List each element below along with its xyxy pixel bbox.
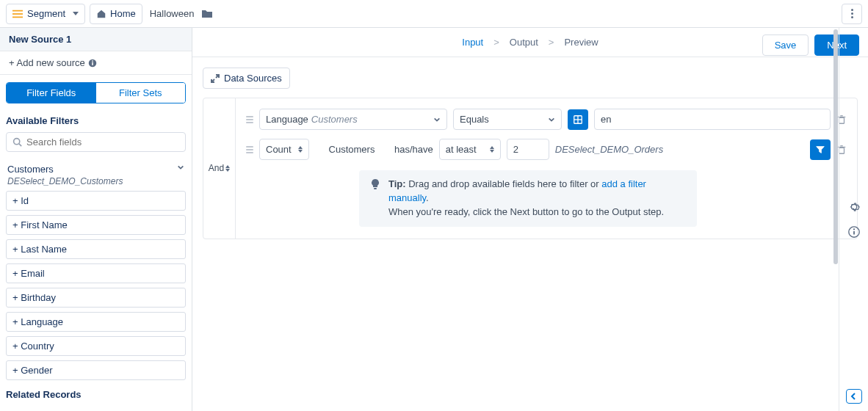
data-sources-label: Data Sources [224, 73, 282, 84]
folder-icon [201, 8, 213, 20]
grid-icon [573, 114, 583, 125]
field-item[interactable]: + Birthday [6, 288, 186, 308]
data-sources-button[interactable]: Data Sources [203, 68, 290, 89]
field-item[interactable]: + Last Name [6, 239, 186, 259]
search-field-wrapper[interactable] [6, 132, 186, 152]
svg-rect-1 [12, 13, 23, 15]
add-source-link[interactable]: + Add new source [0, 51, 192, 75]
svg-rect-5 [92, 60, 93, 62]
available-filters-header: Available Filters [0, 112, 192, 132]
save-button[interactable]: Save [762, 34, 809, 56]
operator-select[interactable]: Equals [453, 109, 562, 130]
breadcrumb-item[interactable]: Halloween [150, 8, 195, 19]
svg-rect-19 [374, 188, 377, 189]
kebab-icon [851, 9, 853, 18]
value-input[interactable] [594, 109, 831, 130]
sidebar: New Source 1 + Add new source Filter Fie… [0, 28, 192, 411]
source-title: New Source 1 [0, 28, 192, 51]
step-preview[interactable]: Preview [564, 37, 598, 48]
step-nav: Input > Output > Preview Save Next [192, 28, 868, 57]
filter-row: Count Customers has/have at least DESele… [246, 139, 847, 160]
info-icon [88, 59, 97, 68]
scrollbar[interactable] [833, 28, 839, 411]
lightbulb-icon [369, 178, 381, 190]
svg-point-6 [14, 139, 20, 145]
subfilter-button[interactable] [810, 139, 831, 160]
svg-line-7 [19, 144, 21, 146]
filter-icon [815, 145, 825, 155]
right-rail [839, 28, 868, 411]
chevron-down-icon [433, 116, 441, 123]
tab-filter-fields[interactable]: Filter Fields [7, 83, 96, 103]
drag-handle-icon[interactable] [246, 146, 253, 153]
logic-label: And [209, 163, 224, 173]
related-customers-header[interactable]: Customers [0, 406, 192, 411]
svg-point-22 [853, 228, 854, 230]
field-select[interactable]: LanguageCustomers [259, 109, 447, 130]
top-bar: Segment Home Halloween [0, 0, 868, 28]
segment-icon [12, 9, 23, 19]
related-records-header: Related Records [0, 386, 192, 406]
svg-rect-4 [92, 62, 93, 65]
segment-label: Segment [27, 8, 65, 19]
field-item[interactable]: + Country [6, 336, 186, 356]
tab-filter-sets[interactable]: Filter Sets [96, 83, 186, 103]
field-item[interactable]: + Language [6, 312, 186, 332]
stepper-icon [298, 146, 303, 153]
related-table-label: DESelect_DEMO_Orders [555, 144, 663, 155]
tip-label: Tip: [388, 178, 406, 189]
step-separator: > [493, 37, 499, 48]
info-icon[interactable] [847, 225, 861, 239]
aggregate-select[interactable]: Count [259, 139, 309, 160]
customers-group-header[interactable]: Customers [0, 159, 192, 176]
field-item[interactable]: + Email [6, 263, 186, 283]
search-input[interactable] [26, 137, 179, 148]
value-type-button[interactable] [568, 109, 588, 130]
segment-selector[interactable]: Segment [6, 4, 85, 24]
search-icon [12, 137, 22, 147]
tip-box: Tip: Drag and drop available fields here… [359, 170, 697, 227]
filter-tabs: Filter Fields Filter Sets [6, 82, 186, 103]
logic-selector[interactable]: And [203, 98, 236, 239]
field-item[interactable]: + First Name [6, 215, 186, 235]
more-menu-button[interactable] [842, 4, 862, 24]
relation-select[interactable]: at least [439, 139, 501, 160]
field-list: + Id + First Name + Last Name + Email + … [0, 191, 192, 380]
home-icon [96, 9, 106, 19]
step-input[interactable]: Input [462, 37, 483, 48]
collapse-rail-button[interactable] [846, 389, 862, 404]
home-label: Home [110, 8, 136, 19]
entity-label: Customers [315, 144, 388, 155]
svg-rect-0 [12, 10, 23, 11]
filter-row: LanguageCustomers Equals [246, 109, 847, 130]
home-button[interactable]: Home [90, 4, 142, 24]
expand-icon [211, 74, 220, 83]
stepper-icon [490, 146, 494, 153]
gear-icon[interactable] [847, 200, 861, 214]
chevron-down-icon [548, 116, 555, 123]
content-area: Input > Output > Preview Save Next Data … [192, 28, 868, 411]
verb-label: has/have [394, 144, 433, 155]
filter-builder: And LanguageCustomers Equals [203, 98, 858, 239]
group-subtitle: DESelect_DEMO_Customers [0, 176, 192, 191]
add-source-label: + Add new source [9, 57, 85, 68]
field-item[interactable]: + Id [6, 191, 186, 211]
step-output[interactable]: Output [510, 37, 538, 48]
drag-handle-icon[interactable] [246, 116, 253, 123]
count-input[interactable] [507, 139, 549, 160]
chevron-down-icon [177, 164, 184, 171]
group-name: Customers [7, 164, 54, 175]
chevron-left-icon [850, 393, 858, 400]
stepper-icon [225, 165, 230, 172]
step-separator: > [549, 37, 554, 48]
chevron-down-icon [73, 12, 79, 15]
field-item[interactable]: + Gender [6, 360, 186, 380]
svg-rect-2 [12, 16, 23, 18]
